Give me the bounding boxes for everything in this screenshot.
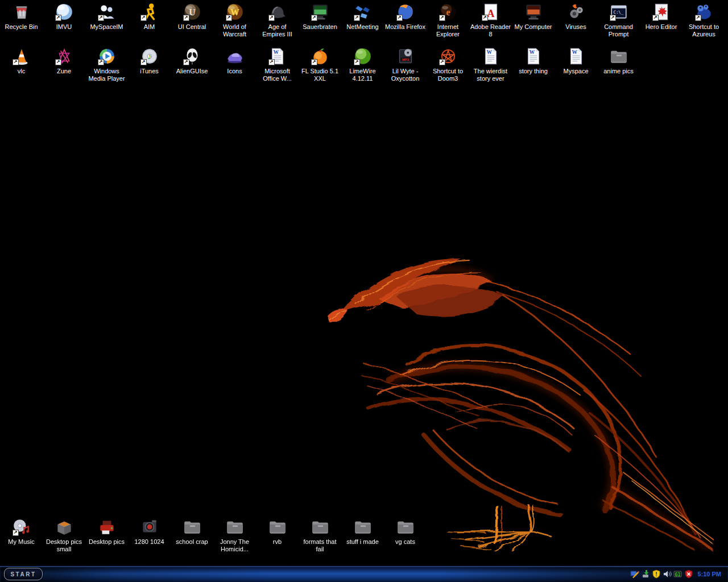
desktop-icon-recycle-bin[interactable]: Recycle Bin	[0, 2, 43, 38]
desktop-icon-windows-media-player[interactable]: ↗Windows Media Player	[85, 47, 128, 82]
desktop-icon-viruses[interactable]: Viruses	[555, 2, 597, 38]
shortcut-arrow-overlay: ↗	[439, 59, 445, 65]
desktop-icon-label: 1280 1024	[135, 538, 164, 546]
desktop-icon-age-of-empires-iii[interactable]: ↗Age of Empires III	[256, 2, 299, 38]
desktop-icon-shortcut-to-azureus[interactable]: ↗Shortcut to Azureus	[682, 2, 725, 38]
shortcut-arrow-overlay: ↗	[311, 59, 317, 65]
desktop-icon-label: FL Studio 5.1 XXL	[299, 68, 341, 82]
desktop-icon-alienguise[interactable]: ↗AlienGUIse	[171, 47, 213, 82]
desktop-icon-rvb[interactable]: rvb	[256, 517, 299, 552]
desktop-icon-aim[interactable]: ↗AIM	[128, 2, 171, 38]
shortcut-arrow-overlay: ↗	[226, 15, 232, 21]
desktop-icon-1280-1024[interactable]: 1280 1024	[128, 517, 171, 552]
itunes-icon: ♪↗	[140, 47, 159, 66]
windows-update-shield-icon[interactable]: !	[652, 569, 661, 579]
windows-media-player-icon: ↗	[97, 47, 117, 66]
desktop-icon-label: vlc	[18, 68, 25, 75]
svg-text:MP3: MP3	[402, 58, 410, 61]
shortcut-arrow-overlay: ↗	[98, 59, 104, 65]
icons-icon	[225, 47, 245, 66]
shortcut-arrow-overlay: ↗	[13, 530, 19, 536]
desktop-icon-mozilla-firefox[interactable]: ↗Mozilla Firefox	[384, 2, 427, 38]
desktop-icon-anime-pics[interactable]: anime pics	[597, 47, 640, 82]
desktop-icon-zune[interactable]: ↗Zune	[43, 47, 85, 82]
desktop-icon-microsoft-office-w[interactable]: W↗Microsoft Office W...	[256, 47, 299, 82]
desktop-pics-icon	[97, 517, 117, 537]
desktop-icon-fl-studio[interactable]: ↗FL Studio 5.1 XXL	[299, 47, 341, 82]
desktop-icon-label: Zune	[57, 68, 71, 75]
desktop-icon-label: MySpaceIM	[90, 23, 123, 31]
shortcut-arrow-overlay: ↗	[439, 15, 445, 21]
desktop-icon-label: stuff i made	[346, 538, 379, 546]
desktop-icon-internet-explorer[interactable]: e↗Internet Explorer	[427, 2, 469, 38]
taskbar: START !61 5:10 PM	[0, 566, 728, 582]
desktop-icon-label: Hero Editor	[646, 23, 677, 31]
desktop-icon-my-music[interactable]: ↗My Music	[0, 517, 43, 552]
desktop-icon-myspace[interactable]: WMyspace	[555, 47, 597, 82]
svg-text:C:\_: C:\_	[613, 10, 623, 15]
shortcut-arrow-overlay: ↗	[311, 15, 317, 21]
desktop-icon-label: IMVU	[56, 23, 72, 31]
desktop-icon-stuff-i-made[interactable]: stuff i made	[341, 517, 384, 552]
desktop-icon-story-thing[interactable]: Wstory thing	[512, 47, 555, 82]
security-alert-icon[interactable]	[684, 569, 693, 579]
desktop-icon-label: LimeWire 4.12.11	[342, 68, 384, 82]
start-button[interactable]: START	[4, 568, 43, 580]
desktop-icon-vlc[interactable]: ↗vlc	[0, 47, 43, 82]
desktop-icon-formats-that-fail[interactable]: formats that fail	[299, 517, 341, 552]
desktop-icon-vg-cats[interactable]: vg cats	[384, 517, 427, 552]
desktop-icon-lil-wyte-oxycotton[interactable]: MP3Lil Wyte - Oxycotton	[384, 47, 427, 82]
volume-icon[interactable]	[663, 569, 672, 579]
vg-cats-icon	[396, 517, 415, 537]
taskbar-clock[interactable]: 5:10 PM	[697, 571, 726, 577]
desktop-icon-label: AlienGUIse	[176, 68, 208, 75]
wallpaper-bird-art	[316, 242, 714, 551]
desktop-icon-jonny-the-homicid[interactable]: Jonny The Homicid...	[213, 517, 256, 552]
desktop-icon-row-1: Recycle Bin↗IMVU↗MySpaceIM↗AIMU↗UI Centr…	[0, 2, 725, 38]
desktop-icon-my-computer[interactable]: My Computer	[512, 2, 555, 38]
desktop-icon-desktop-pics[interactable]: Desktop pics	[85, 517, 128, 552]
desktop-icon-shortcut-to-doom3[interactable]: ↗Shortcut to Doom3	[427, 47, 469, 82]
shortcut-arrow-overlay: ↗	[55, 15, 61, 21]
desktop-icon-netmeeting[interactable]: ↗NetMeeting	[341, 2, 384, 38]
display-settings-icon[interactable]	[630, 569, 639, 579]
desktop-icon-ui-central[interactable]: U↗UI Central	[171, 2, 213, 38]
desktop-icon-label: rvb	[273, 538, 282, 546]
desktop-icon-school-crap[interactable]: school crap	[171, 517, 213, 552]
shortcut-arrow-overlay: ↗	[98, 15, 104, 21]
stuff-i-made-icon	[353, 517, 373, 537]
the-wierdist-story-ever-icon: W	[481, 47, 500, 66]
school-crap-icon	[183, 517, 202, 537]
imvu-icon: ↗	[55, 2, 74, 22]
desktop-icon-label: Age of Empires III	[257, 23, 299, 38]
svg-text:W: W	[529, 49, 535, 55]
fl-studio-icon: ↗	[311, 47, 330, 66]
desktop-icon-desktop-pics-small[interactable]: Desktop pics small	[43, 517, 85, 552]
shortcut-arrow-overlay: ↗	[354, 59, 360, 65]
desktop-icon-hero-editor[interactable]: ↗Hero Editor	[640, 2, 682, 38]
desktop-icon-row-2: ↗vlc↗Zune↗Windows Media Player♪↗iTunes↗A…	[0, 47, 640, 82]
recycle-bin-icon	[12, 2, 31, 22]
shortcut-arrow-overlay: ↗	[610, 15, 616, 21]
desktop[interactable]: Recycle Bin↗IMVU↗MySpaceIM↗AIMU↗UI Centr…	[0, 0, 728, 582]
limewire-icon: ↗	[353, 47, 373, 66]
shortcut-arrow-overlay: ↗	[183, 59, 189, 65]
desktop-icon-imvu[interactable]: ↗IMVU	[43, 2, 85, 38]
desktop-icon-sauerbraten[interactable]: ↗Sauerbraten	[299, 2, 341, 38]
desktop-icon-command-prompt[interactable]: C:\_↗Command Prompt	[597, 2, 640, 38]
shortcut-arrow-overlay: ↗	[482, 15, 488, 21]
desktop-icon-limewire[interactable]: ↗LimeWire 4.12.11	[341, 47, 384, 82]
svg-text:!: !	[656, 571, 657, 577]
safely-remove-hardware-icon[interactable]	[641, 569, 650, 579]
desktop-icon-adobe-reader-8[interactable]: A↗Adobe Reader 8	[469, 2, 512, 38]
desktop-icon-myspaceim[interactable]: ↗MySpaceIM	[85, 2, 128, 38]
adobe-reader-8-icon: A↗	[481, 2, 500, 22]
desktop-icon-world-of-warcraft[interactable]: W↗World of Warcraft	[213, 2, 256, 38]
temp-61-icon[interactable]: 61	[673, 569, 682, 579]
desktop-icon-label: Jonny The Homicid...	[214, 538, 256, 552]
rvb-icon	[268, 517, 287, 537]
desktop-icon-itunes[interactable]: ♪↗iTunes	[128, 47, 171, 82]
desktop-icon-icons[interactable]: Icons	[213, 47, 256, 82]
anime-pics-icon	[609, 47, 628, 66]
desktop-icon-the-wierdist-story-ever[interactable]: WThe wierdist story ever	[469, 47, 512, 82]
